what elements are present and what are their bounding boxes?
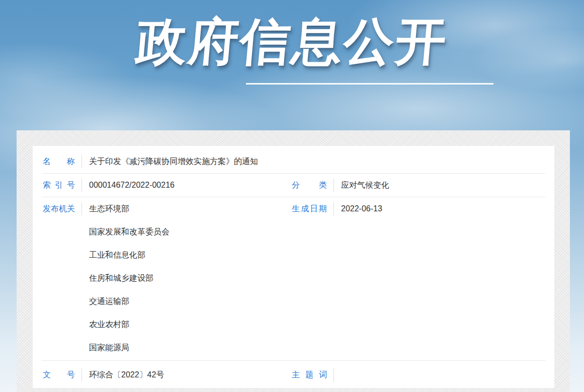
page: { "banner": { "title": "政府信息公开" }, "colo… [0,0,584,392]
publish-date-label: 生成日期 [292,197,327,220]
subject-label: 主题词 [292,370,327,380]
vertical-divider [81,202,82,215]
publisher-item: 国家能源局 [89,336,292,359]
publisher-item: 农业农村部 [89,313,292,336]
publisher-list: 生态环境部 国家发展和改革委员会 工业和信息化部 住房和城乡建设部 交通运输部 … [89,197,292,360]
content-panel: 名称 关于印发《减污降碳协同增效实施方案》的通知 索引号 000014672/2… [17,130,570,392]
row-publisher-date: 发布机关 生态环境部 国家发展和改革委员会 工业和信息化部 住房和城乡建设部 交… [42,197,545,361]
row-docnumber-subject: 文号 环综合〔2022〕42号 主题词 [42,361,545,389]
vertical-divider [333,202,334,215]
page-title: 政府信息公开 [0,10,584,72]
publish-date-value: 2022-06-13 [341,197,545,220]
row-index-category: 索引号 000014672/2022-00216 分类 应对气候变化 [42,174,545,197]
category-value: 应对气候变化 [341,180,545,191]
doc-number-label: 文号 [43,370,75,380]
name-label: 名称 [43,156,75,167]
publisher-label: 发布机关 [43,197,75,220]
publisher-item: 住房和城乡建设部 [89,267,292,290]
publisher-item: 国家发展和改革委员会 [89,220,292,244]
vertical-divider [333,179,334,192]
info-card: 名称 关于印发《减污降碳协同增效实施方案》的通知 索引号 000014672/2… [33,146,554,388]
vertical-divider [333,368,334,381]
vertical-divider [81,155,82,168]
index-no-label: 索引号 [43,180,75,191]
vertical-divider [81,179,82,192]
doc-number-value: 环综合〔2022〕42号 [89,370,292,380]
banner: 政府信息公开 [0,0,584,130]
publisher-item: 工业和信息化部 [89,244,292,267]
publisher-item: 生态环境部 [89,197,292,220]
publisher-item: 交通运输部 [89,290,292,313]
name-value: 关于印发《减污降碳协同增效实施方案》的通知 [89,156,545,167]
index-no-value: 000014672/2022-00216 [89,181,292,190]
vertical-divider [81,368,82,381]
row-name: 名称 关于印发《减污降碳协同增效实施方案》的通知 [42,150,545,174]
category-label: 分类 [292,180,327,191]
title-underline [246,83,493,85]
